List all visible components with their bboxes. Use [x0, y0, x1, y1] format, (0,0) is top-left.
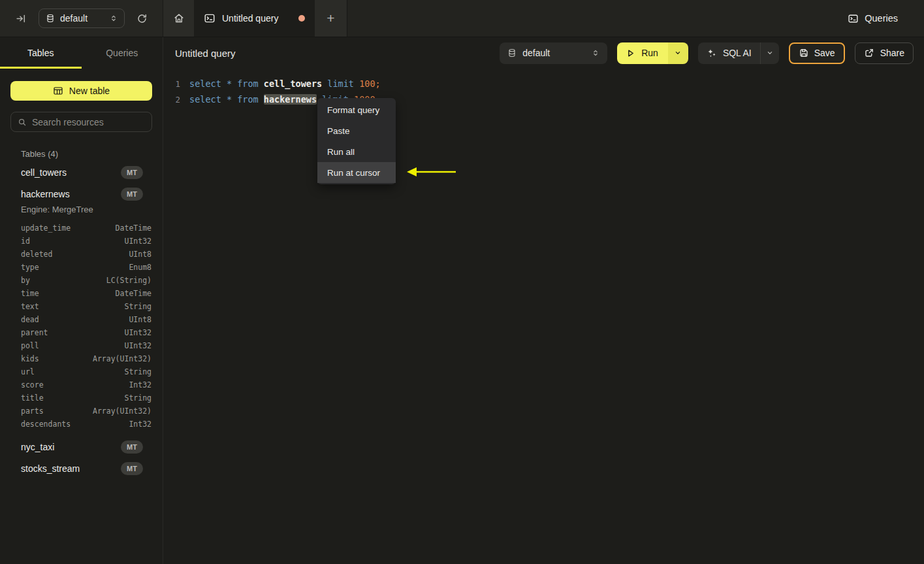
column-row[interactable]: titleString — [21, 391, 151, 405]
run-button-label: Run — [641, 48, 658, 58]
sql-number: 100; — [359, 78, 381, 89]
sidebar-tab-tables[interactable]: Tables — [0, 37, 82, 69]
plus-icon: + — [327, 10, 334, 26]
queries-button[interactable]: Queries — [848, 13, 898, 24]
column-row[interactable]: byLC(String) — [21, 274, 151, 287]
toolbar-database-value: default — [522, 48, 550, 58]
column-name: poll — [21, 341, 39, 350]
chevron-down-icon — [766, 49, 774, 57]
run-button[interactable]: Run — [617, 42, 668, 64]
sidebar-tabs: Tables Queries — [0, 37, 163, 69]
table-row-stocks-stream[interactable]: stocks_stream MT — [0, 457, 163, 479]
toolbar-database-selector[interactable]: default — [500, 42, 607, 64]
sql-ai-button[interactable]: SQL AI — [698, 42, 760, 64]
column-row[interactable]: parentUInt32 — [21, 326, 151, 339]
table-name: cell_towers — [21, 167, 67, 178]
column-type: UInt32 — [124, 341, 151, 350]
share-icon — [864, 48, 874, 58]
new-tab-button[interactable]: + — [315, 0, 347, 37]
share-button[interactable]: Share — [855, 42, 914, 64]
sql-editor[interactable]: 1 select * from cell_towers limit 100; 2… — [163, 69, 924, 564]
topbar-left: default — [0, 0, 163, 37]
column-row[interactable]: deletedUInt8 — [21, 248, 151, 261]
tab-strip: Untitled query + — [163, 0, 347, 37]
column-type: UInt32 — [124, 237, 151, 246]
chevrons-updown-icon — [110, 14, 118, 22]
terminal-icon — [204, 12, 215, 24]
column-name: descendants — [21, 420, 71, 429]
sql-table-name: cell_towers — [264, 78, 322, 89]
menu-item-run-at-cursor[interactable]: Run at cursor — [317, 162, 396, 183]
column-row[interactable]: urlString — [21, 365, 151, 378]
column-row[interactable]: partsArray(UInt32) — [21, 405, 151, 418]
column-row[interactable]: timeDateTime — [21, 287, 151, 300]
editor-line-1[interactable]: 1 select * from cell_towers limit 100; — [163, 76, 924, 91]
collapse-sidebar-icon[interactable] — [16, 13, 27, 24]
terminal-icon — [848, 13, 859, 24]
column-row[interactable]: deadUInt8 — [21, 313, 151, 326]
column-row[interactable]: kidsArray(UInt32) — [21, 352, 151, 365]
topbar-right: Queries — [347, 0, 924, 37]
column-row[interactable]: descendantsInt32 — [21, 418, 151, 431]
column-row[interactable]: pollUInt32 — [21, 339, 151, 352]
tab-untitled-query[interactable]: Untitled query — [194, 0, 315, 37]
unsaved-dot — [298, 15, 305, 22]
search-input[interactable] — [32, 117, 145, 127]
database-selector[interactable]: default — [39, 8, 125, 28]
column-name: dead — [21, 315, 39, 324]
search-icon — [18, 118, 27, 127]
column-row[interactable]: scoreInt32 — [21, 378, 151, 391]
sparkles-icon — [707, 48, 717, 58]
sql-keyword: select * from — [189, 94, 264, 105]
column-type: Array(UInt32) — [93, 354, 151, 363]
editor-line-2[interactable]: 2 select * from hackernews limit 1000 — [163, 91, 924, 107]
column-type: Enum8 — [129, 263, 151, 272]
sidebar-tab-queries[interactable]: Queries — [82, 37, 163, 69]
database-icon — [507, 48, 517, 58]
home-button[interactable] — [163, 0, 194, 37]
column-type: DateTime — [116, 224, 151, 233]
run-options-button[interactable] — [668, 42, 688, 64]
column-row[interactable]: typeEnum8 — [21, 261, 151, 274]
engine-badge: MT — [121, 462, 143, 475]
table-row-cell-towers[interactable]: cell_towers MT — [0, 161, 163, 183]
share-button-label: Share — [880, 48, 904, 58]
column-name: text — [21, 302, 39, 311]
column-row[interactable]: idUInt32 — [21, 235, 151, 248]
queries-button-label: Queries — [865, 13, 898, 24]
refresh-icon[interactable] — [136, 13, 148, 24]
menu-item-format-query[interactable]: Format query — [317, 99, 396, 120]
column-type: Int32 — [129, 420, 151, 429]
menu-item-run-all[interactable]: Run all — [317, 141, 396, 162]
engine-badge: MT — [121, 188, 143, 201]
save-icon — [799, 48, 809, 58]
sidebar: New table Tables (4) cell_towers MT hack… — [0, 69, 163, 564]
chevrons-updown-icon — [592, 49, 599, 57]
column-type: Array(UInt32) — [93, 406, 151, 416]
column-name: by — [21, 276, 30, 285]
sql-ai-button-group: SQL AI — [698, 42, 779, 64]
new-table-button-label: New table — [69, 86, 110, 96]
column-name: update_time — [21, 224, 71, 233]
sql-ai-options-button[interactable] — [760, 42, 779, 64]
column-name: kids — [21, 354, 39, 363]
column-type: String — [124, 302, 151, 311]
table-name: nyc_taxi — [21, 442, 54, 452]
save-button[interactable]: Save — [789, 42, 845, 64]
column-row[interactable]: textString — [21, 300, 151, 313]
run-button-group: Run — [617, 42, 688, 64]
table-row-hackernews[interactable]: hackernews MT — [0, 183, 163, 205]
column-row[interactable]: update_timeDateTime — [21, 222, 151, 235]
column-name: score — [21, 380, 44, 390]
sql-space — [354, 78, 359, 89]
annotation-arrow-icon — [404, 163, 458, 180]
table-row-nyc-taxi[interactable]: nyc_taxi MT — [0, 436, 163, 457]
column-name: title — [21, 393, 44, 403]
column-name: deleted — [21, 250, 52, 259]
menu-item-paste[interactable]: Paste — [317, 120, 396, 141]
column-name: parts — [21, 406, 44, 416]
tab-label: Untitled query — [222, 13, 292, 24]
new-table-button[interactable]: New table — [10, 81, 152, 101]
save-button-label: Save — [814, 48, 835, 58]
chevron-down-icon — [674, 49, 682, 57]
